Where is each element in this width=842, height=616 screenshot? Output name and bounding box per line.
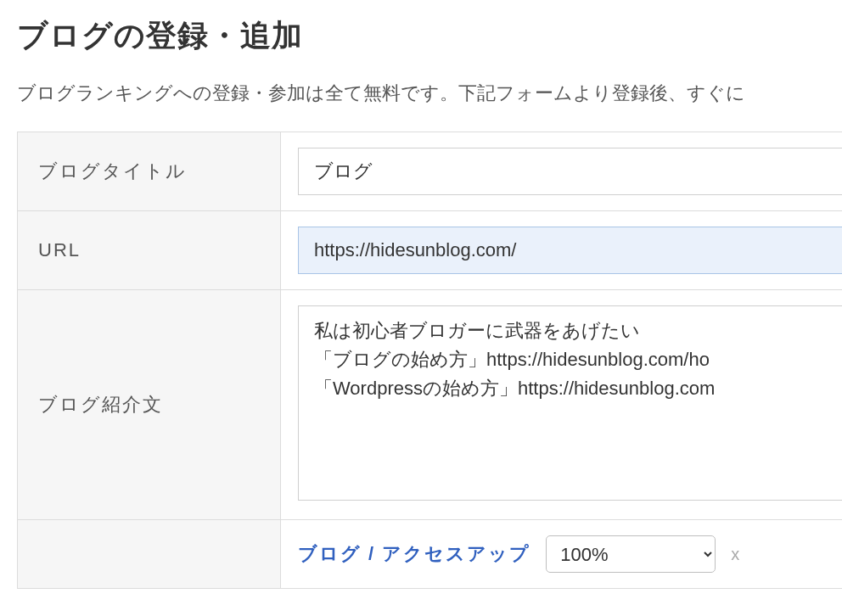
url-input[interactable]	[298, 227, 842, 274]
label-intro: ブログ紹介文	[18, 290, 281, 520]
remove-category-icon[interactable]: x	[731, 545, 739, 564]
row-category: ブログ / アクセスアップ 100% x	[18, 520, 843, 589]
intro-textarea[interactable]: 私は初心者ブロガーに武器をあげたい 「ブログの始め方」https://hides…	[298, 305, 842, 501]
row-intro: ブログ紹介文 私は初心者ブロガーに武器をあげたい 「ブログの始め方」https:…	[18, 290, 843, 520]
category-percent-select[interactable]: 100%	[546, 535, 716, 573]
row-url: URL	[18, 211, 843, 290]
page-title: ブログの登録・追加	[17, 15, 825, 57]
category-line: ブログ / アクセスアップ 100% x	[298, 535, 842, 573]
registration-form-table: ブログタイトル URL ブログ紹介文 私は初心者ブロガーに武器をあげたい 「ブロ…	[17, 132, 842, 589]
row-blog-title: ブログタイトル	[18, 132, 843, 211]
blog-title-input[interactable]	[298, 148, 842, 195]
label-category-empty	[18, 520, 281, 589]
category-name[interactable]: ブログ / アクセスアップ	[298, 541, 530, 567]
page-description: ブログランキングへの登録・参加は全て無料です。下記フォームより登録後、すぐに	[17, 81, 825, 106]
label-url: URL	[18, 211, 281, 290]
label-blog-title: ブログタイトル	[18, 132, 281, 211]
